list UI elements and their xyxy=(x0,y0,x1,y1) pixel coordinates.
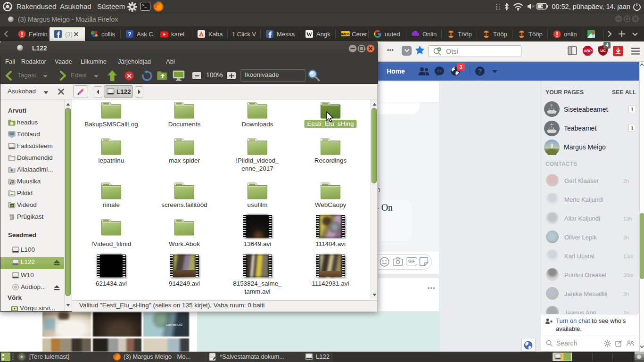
svg-text:UC: UC xyxy=(600,49,606,53)
svg-text:ABP: ABP xyxy=(584,49,592,53)
svg-text:W: W xyxy=(306,31,313,38)
svg-text:?: ? xyxy=(128,31,131,38)
svg-text:IMDb: IMDb xyxy=(341,32,350,36)
